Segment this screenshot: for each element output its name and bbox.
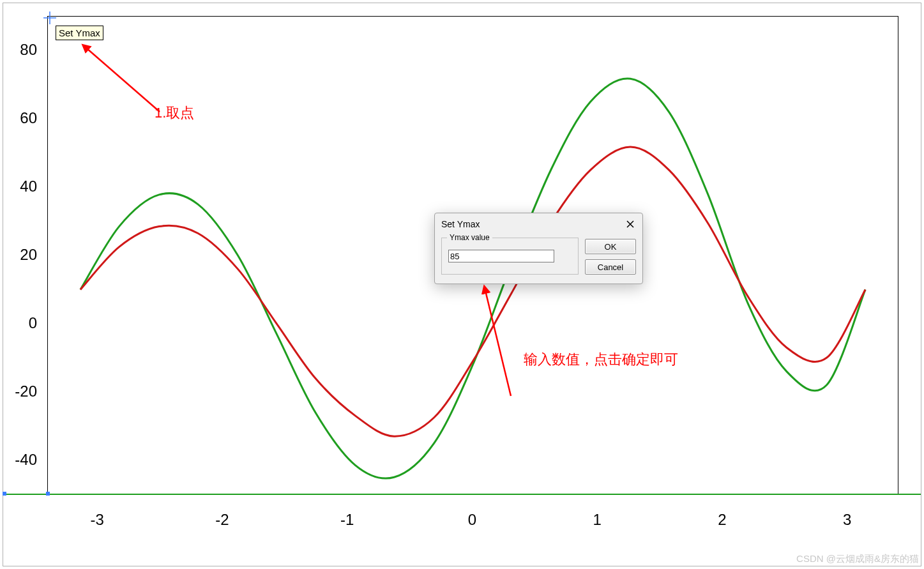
annotation-1: 1.取点	[155, 103, 194, 123]
fieldset-ymax: Ymax value	[441, 238, 579, 275]
annotation-2: 输入数值，点击确定即可	[524, 350, 678, 369]
y-tick-label: 60	[5, 109, 37, 127]
x-tick-label: 0	[468, 511, 476, 529]
cancel-button[interactable]: Cancel	[585, 259, 636, 275]
ok-button[interactable]: OK	[585, 239, 636, 254]
series-red	[80, 147, 865, 436]
dialog-set-ymax: Set Ymax Ymax value OK Cancel	[434, 213, 643, 284]
x-tick-label: 3	[843, 511, 851, 529]
bottom-selection-bar	[3, 494, 921, 495]
watermark: CSDN @云烟成雨&房东的猫	[796, 553, 919, 565]
y-tick-label: 40	[5, 178, 37, 195]
close-icon[interactable]	[623, 217, 637, 231]
dialog-title: Set Ymax	[441, 219, 480, 229]
x-tick-label: -3	[91, 511, 104, 529]
y-tick-label: 20	[5, 246, 37, 264]
x-tick-label: 1	[593, 511, 602, 529]
y-tick-label: 80	[5, 41, 37, 59]
y-tick-label: -20	[5, 383, 37, 400]
fieldset-legend: Ymax value	[447, 233, 492, 242]
tooltip-label: Set Ymax	[59, 27, 100, 38]
tooltip-set-ymax: Set Ymax	[56, 26, 103, 40]
y-tick-label: 0	[5, 314, 37, 332]
x-tick-label: 2	[718, 511, 726, 529]
ymax-input[interactable]	[448, 250, 554, 262]
y-tick-label: -40	[5, 451, 37, 469]
x-tick-label: -2	[215, 511, 229, 529]
x-tick-label: -1	[340, 511, 354, 529]
